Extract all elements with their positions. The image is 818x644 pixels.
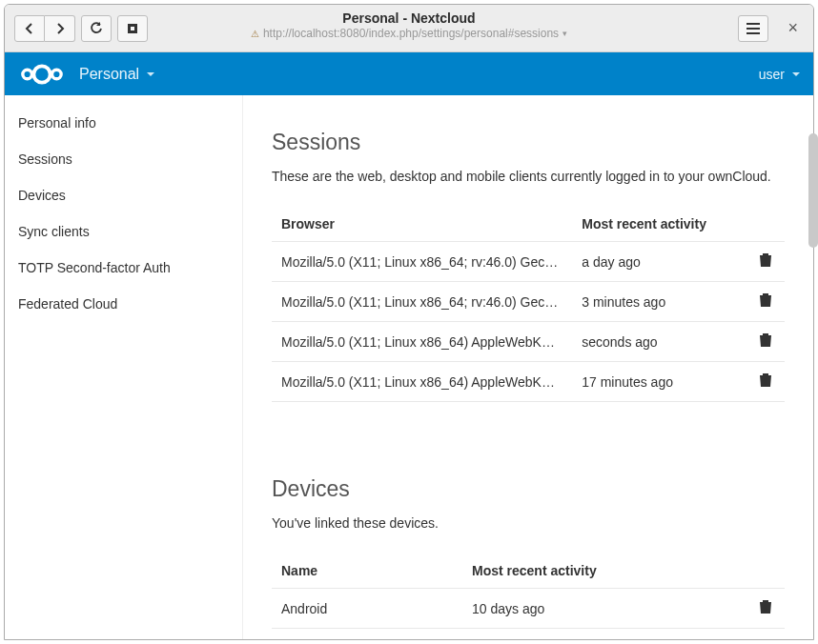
svg-rect-22 — [767, 605, 768, 612]
devices-heading: Devices — [272, 476, 785, 502]
svg-rect-20 — [763, 605, 764, 612]
sessions-table: Browser Most recent activity Mozilla/5.0… — [272, 207, 785, 402]
devices-description: You've linked these devices. — [272, 515, 785, 531]
svg-point-6 — [23, 70, 32, 79]
delete-icon[interactable] — [758, 335, 773, 351]
sidebar-item-sessions[interactable]: Sessions — [5, 141, 242, 177]
delete-icon[interactable] — [758, 375, 773, 391]
sessions-description: These are the web, desktop and mobile cl… — [272, 169, 785, 184]
user-menu-dropdown[interactable]: user — [759, 67, 800, 82]
svg-rect-15 — [765, 338, 766, 345]
svg-rect-16 — [767, 338, 768, 345]
home-button[interactable] — [117, 15, 148, 42]
svg-rect-11 — [763, 298, 764, 305]
nextcloud-logo-icon[interactable] — [18, 63, 66, 86]
forward-button[interactable] — [45, 15, 75, 42]
svg-rect-21 — [765, 605, 766, 612]
caret-down-icon — [792, 72, 800, 76]
svg-point-7 — [52, 70, 62, 79]
caret-down-icon — [147, 72, 154, 76]
col-name: Name — [272, 553, 462, 589]
svg-rect-9 — [765, 258, 766, 265]
table-row: Mozilla/5.0 (X11; Linux x86_64; rv:46.0)… — [272, 282, 785, 322]
sidebar-item-totp[interactable]: TOTP Second-factor Auth — [5, 250, 242, 286]
sidebar-item-federated-cloud[interactable]: Federated Cloud — [5, 286, 242, 322]
table-row: Mozilla/5.0 (X11; Linux x86_64; rv:46.0)… — [272, 242, 785, 282]
svg-rect-17 — [763, 378, 764, 385]
sidebar-item-personal-info[interactable]: Personal info — [5, 105, 242, 141]
settings-sidebar: Personal info Sessions Devices Sync clie… — [5, 95, 243, 639]
svg-point-5 — [33, 66, 50, 82]
svg-rect-10 — [767, 258, 768, 265]
svg-rect-12 — [765, 298, 766, 305]
svg-rect-14 — [763, 338, 764, 345]
table-row: Mozilla/5.0 (X11; Linux x86_64) AppleWeb… — [272, 322, 785, 362]
hamburger-menu-button[interactable] — [738, 15, 768, 42]
svg-rect-13 — [767, 298, 768, 305]
browser-toolbar: Personal - Nextcloud ⚠ http://localhost:… — [5, 5, 813, 52]
col-browser: Browser — [272, 207, 572, 242]
col-activity: Most recent activity — [462, 553, 746, 589]
main-content: Sessions These are the web, desktop and … — [243, 95, 813, 639]
sessions-heading: Sessions — [272, 130, 785, 155]
app-nav-dropdown[interactable]: Personal — [79, 66, 154, 83]
svg-rect-1 — [131, 27, 134, 30]
delete-icon[interactable] — [758, 602, 773, 617]
reload-button[interactable] — [81, 15, 112, 42]
table-row: Android 10 days ago — [272, 589, 785, 629]
svg-rect-8 — [763, 258, 764, 265]
sidebar-item-sync-clients[interactable]: Sync clients — [5, 213, 242, 250]
scrollbar-thumb[interactable] — [808, 133, 814, 248]
svg-rect-19 — [767, 378, 768, 385]
app-header: Personal user — [5, 52, 813, 95]
delete-icon[interactable] — [758, 255, 773, 271]
sidebar-item-devices[interactable]: Devices — [5, 177, 242, 213]
close-button[interactable]: × — [782, 16, 804, 40]
delete-icon[interactable] — [758, 295, 773, 311]
col-activity: Most recent activity — [572, 207, 746, 242]
back-button[interactable] — [14, 15, 45, 42]
svg-rect-18 — [765, 378, 766, 385]
devices-table: Name Most recent activity Android 10 day… — [272, 553, 785, 629]
table-row: Mozilla/5.0 (X11; Linux x86_64) AppleWeb… — [272, 362, 785, 402]
insecure-icon: ⚠ — [251, 29, 259, 39]
